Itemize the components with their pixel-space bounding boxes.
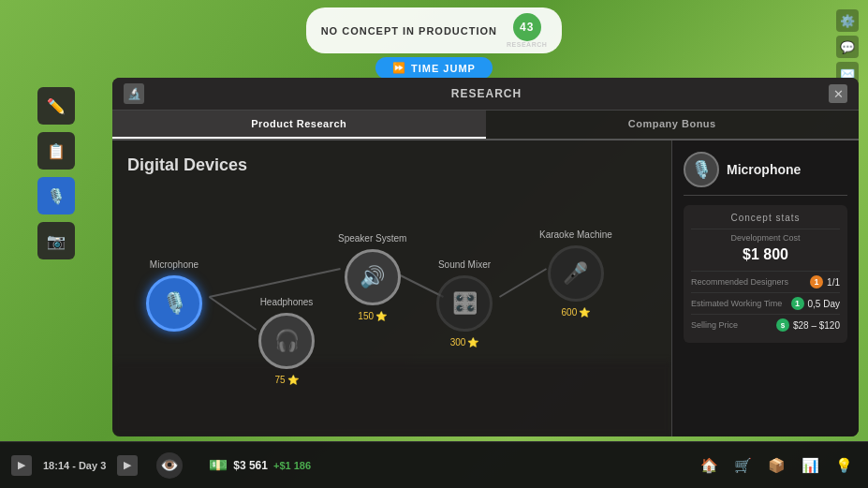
estimated-time-row: Estimated Working Time 1 0,5 Day bbox=[691, 292, 840, 314]
bottom-icon-shop[interactable]: 🏠 bbox=[696, 452, 722, 479]
item-name: Microphone bbox=[727, 162, 801, 177]
no-concept-label: NO CONCEPT IN PRODUCTION bbox=[321, 25, 497, 37]
modal-header: 🔬 RESEARCH ✕ bbox=[112, 78, 859, 111]
dev-cost-value: $1 800 bbox=[691, 243, 840, 267]
node-label-microphone: Microphone bbox=[150, 259, 199, 270]
node-label-karaoke: Karaoke Machine bbox=[539, 229, 612, 240]
section-title: Digital Devices bbox=[127, 155, 656, 175]
time-jump-button[interactable]: ⏩ TIME JUMP bbox=[375, 57, 493, 79]
nav-tools[interactable]: ✏️ bbox=[37, 87, 75, 125]
price-range: $28 – $120 bbox=[793, 320, 840, 331]
income-value: +$1 186 bbox=[273, 460, 311, 471]
production-badge: NO CONCEPT IN PRODUCTION 43 RESEARCH bbox=[306, 7, 563, 53]
selling-price-value: $ $28 – $120 bbox=[776, 318, 840, 332]
nav-clipboard[interactable]: 📋 bbox=[37, 132, 75, 170]
modal-header-icon: 🔬 bbox=[124, 83, 144, 104]
concept-stats-box: Concept stats Development Cost $1 800 Re… bbox=[684, 205, 847, 343]
top-center: NO CONCEPT IN PRODUCTION 43 RESEARCH ⏩ T… bbox=[306, 7, 563, 79]
node-soundmixer[interactable]: 🎛️ bbox=[436, 275, 493, 332]
node-label-speaker: Speaker System bbox=[338, 233, 406, 244]
tab-company-bonus[interactable]: Company Bonus bbox=[486, 111, 860, 139]
discord-icon[interactable]: 💬 bbox=[836, 36, 859, 58]
rec-designers-label: Recommended Designers bbox=[691, 277, 788, 287]
item-icon: 🎙️ bbox=[684, 152, 719, 187]
modal-title: RESEARCH bbox=[152, 87, 821, 100]
designers-ratio: 1/1 bbox=[827, 277, 840, 288]
node-cost-speaker: 150 ⭐ bbox=[358, 311, 387, 321]
est-time-label: Estimated Working Time bbox=[691, 299, 782, 308]
bottom-icon-bulb[interactable]: 💡 bbox=[831, 452, 857, 479]
bottom-bar: ▶ 18:14 - Day 3 ▶ 👁️ 💵 $3 561 +$1 186 🏠 … bbox=[0, 441, 868, 488]
tech-tree-wrapper: Microphone 🎙️ Headphones 🎧 75 ⭐ Speaker … bbox=[127, 194, 656, 409]
time-value: 0,5 Day bbox=[808, 299, 840, 309]
node-cost-headphones: 75 ⭐ bbox=[274, 375, 298, 385]
bottom-icon-cart[interactable]: 🛒 bbox=[729, 452, 756, 479]
bottom-icons: 🏠 🛒 📦 📊 💡 bbox=[696, 452, 857, 479]
node-cost-soundmixer: 300 ⭐ bbox=[450, 337, 479, 348]
rec-designers-value: 1 1/1 bbox=[810, 275, 840, 288]
node-cost-karaoke: 600 ⭐ bbox=[562, 307, 591, 318]
bottom-icon-box[interactable]: 📦 bbox=[763, 452, 789, 479]
node-label-soundmixer: Sound Mixer bbox=[438, 259, 491, 270]
modal-tabs: Product Research Company Bonus bbox=[112, 111, 859, 140]
node-microphone[interactable]: 🎙️ bbox=[146, 275, 202, 332]
top-bar: NO CONCEPT IN PRODUCTION 43 RESEARCH ⏩ T… bbox=[0, 0, 868, 80]
left-nav: ✏️ 📋 🎙️ 📷 bbox=[0, 78, 112, 436]
est-time-value: 1 0,5 Day bbox=[791, 297, 840, 310]
modal-close-button[interactable]: ✕ bbox=[829, 84, 847, 103]
node-speaker[interactable]: 🔊 bbox=[345, 249, 401, 305]
selling-price-label: Selling Price bbox=[691, 320, 738, 330]
research-label: RESEARCH bbox=[507, 41, 547, 48]
recommended-designers-row: Recommended Designers 1 1/1 bbox=[691, 271, 840, 292]
svg-line-0 bbox=[210, 297, 257, 330]
dev-cost-label: Development Cost bbox=[691, 233, 840, 243]
nav-camera[interactable]: 📷 bbox=[37, 222, 75, 259]
stats-title: Concept stats bbox=[691, 213, 840, 223]
tab-product-research[interactable]: Product Research bbox=[112, 111, 486, 139]
forward-button[interactable]: ▶ bbox=[117, 455, 138, 476]
selling-price-row: Selling Price $ $28 – $120 bbox=[691, 314, 840, 335]
time-display: 18:14 - Day 3 bbox=[43, 460, 106, 471]
node-label-headphones: Headphones bbox=[260, 297, 314, 307]
svg-line-1 bbox=[210, 269, 341, 297]
play-button[interactable]: ▶ bbox=[11, 455, 32, 476]
nav-microphone[interactable]: 🎙️ bbox=[37, 177, 75, 214]
node-headphones[interactable]: 🎧 bbox=[258, 313, 315, 369]
time-green-badge: 1 bbox=[791, 297, 804, 310]
research-area: Digital Devices Micr bbox=[112, 140, 671, 436]
money-icon: 💵 bbox=[209, 456, 228, 474]
detail-panel: 🎙️ Microphone Concept stats Development … bbox=[671, 140, 859, 436]
item-header: 🎙️ Microphone bbox=[684, 152, 847, 196]
research-area-inner: Digital Devices Micr bbox=[127, 155, 656, 409]
money-display: 💵 $3 561 +$1 186 bbox=[209, 456, 311, 474]
price-green-badge: $ bbox=[776, 318, 789, 332]
designers-orange-badge: 1 bbox=[810, 275, 823, 288]
money-value: $3 561 bbox=[233, 459, 268, 472]
node-karaoke[interactable]: 🎤 bbox=[548, 245, 604, 302]
settings-icon[interactable]: ⚙️ bbox=[836, 9, 859, 32]
eye-icon-btn[interactable]: 👁️ bbox=[156, 452, 183, 479]
bottom-icon-chart[interactable]: 📊 bbox=[797, 452, 823, 479]
top-right-icons: ⚙️ 💬 ✉️ bbox=[836, 9, 859, 84]
research-modal: 🔬 RESEARCH ✕ Product Research Company Bo… bbox=[112, 78, 859, 436]
modal-body: Digital Devices Micr bbox=[112, 140, 859, 436]
research-count-badge: 43 bbox=[513, 13, 541, 41]
